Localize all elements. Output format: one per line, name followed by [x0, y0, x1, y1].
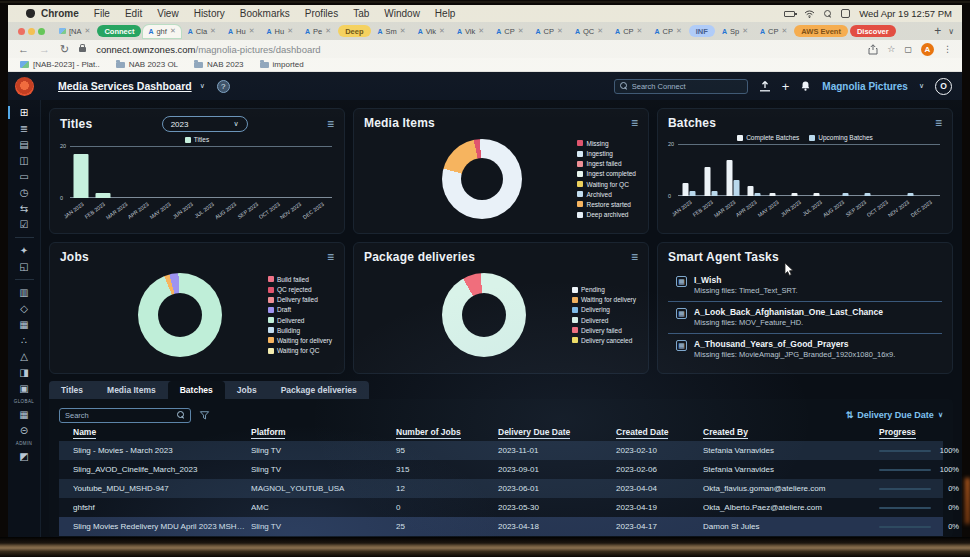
sidebar-item-alerts-icon[interactable]: △	[8, 351, 40, 362]
tab-close-icon[interactable]: ✕	[85, 27, 91, 35]
sidebar-item-media-items-icon[interactable]: ▤	[8, 139, 40, 150]
menu-item-window[interactable]: Window	[384, 8, 420, 19]
sidebar-item-history-icon[interactable]: ◷	[8, 187, 40, 198]
sidebar-item-global-keys-icon[interactable]: ⊝	[8, 425, 40, 436]
sidebar-item-connections-icon[interactable]: ✦	[8, 245, 40, 256]
minimize-window-button[interactable]	[28, 28, 35, 35]
zoom-window-button[interactable]	[38, 28, 45, 35]
sidebar-item-integrations-icon[interactable]: ∴	[8, 335, 40, 346]
widget-menu-icon[interactable]: ≡	[327, 118, 334, 130]
share-icon[interactable]	[868, 44, 878, 55]
org-caret-icon[interactable]: ∨	[919, 82, 924, 90]
sidebar-item-workflows-icon[interactable]: ⇆	[8, 203, 40, 214]
menu-item-history[interactable]: History	[194, 8, 225, 19]
app-logo[interactable]	[15, 77, 34, 96]
sidebar-item-admin-icon[interactable]: ◩	[8, 451, 40, 462]
sidebar-item-tasks-icon[interactable]: ☑	[8, 219, 40, 230]
row-menu-icon[interactable]: ⋮	[959, 446, 962, 456]
table-search[interactable]	[59, 408, 191, 423]
help-button[interactable]: ?	[217, 80, 230, 93]
connect-search-input[interactable]	[632, 82, 742, 91]
tab-close-icon[interactable]: ✕	[249, 27, 255, 35]
sort-control[interactable]: ⇅ Delivery Due Date ∨	[846, 410, 943, 420]
smart-agent-task[interactable]: ▦A_Thousand_Years_of_Good_PrayersMissing…	[668, 333, 942, 365]
wifi-icon[interactable]	[804, 10, 815, 18]
bookmark-item[interactable]: NAB 2023 OL	[116, 60, 178, 69]
add-button[interactable]: +	[782, 80, 790, 93]
browser-tab-cp[interactable]: ACP✕	[531, 25, 568, 38]
back-button[interactable]: ←	[18, 43, 29, 55]
extension-icon[interactable]: ▢	[904, 45, 912, 54]
table-row[interactable]: Sling - Movies - March 2023Sling TV95202…	[59, 441, 943, 460]
tab-close-icon[interactable]: ✕	[676, 27, 682, 35]
tab-group-inf[interactable]: INF	[689, 25, 715, 37]
sidebar-item-metadata-icon[interactable]: ▥	[8, 287, 40, 298]
bookmark-item[interactable]: [NAB-2023] - Plat..	[20, 60, 100, 69]
reload-button[interactable]: ↻	[60, 43, 69, 56]
menu-bar-clock[interactable]: Wed Apr 19 12:57 PM	[859, 8, 952, 19]
browser-tab-hu[interactable]: AHu✕	[223, 25, 260, 38]
table-search-input[interactable]	[65, 411, 173, 420]
browser-tab-vik[interactable]: AVik✕	[452, 25, 489, 38]
sidebar-item-global-organizations-icon[interactable]: ▦	[8, 409, 40, 420]
row-menu-icon[interactable]: ⋮	[959, 465, 962, 475]
tab-group-deep[interactable]: Deep	[338, 25, 370, 37]
sidebar-item-packages-icon[interactable]: ◫	[8, 155, 40, 166]
table-row[interactable]: Sling Movies Redelivery MDU April 2023 M…	[59, 517, 943, 536]
lock-icon[interactable]	[79, 47, 86, 52]
column-header-platform[interactable]: Platform	[251, 427, 285, 439]
tab-close-icon[interactable]: ✕	[518, 27, 524, 35]
tab-group-connect[interactable]: Connect	[97, 25, 141, 37]
browser-tab-cla[interactable]: ACla✕	[183, 25, 221, 38]
sidebar-item-tags-icon[interactable]: ◇	[8, 303, 40, 314]
tab-close-icon[interactable]: ✕	[478, 27, 484, 35]
org-switcher[interactable]: Magnolia Pictures	[822, 81, 908, 92]
close-window-button[interactable]	[18, 28, 25, 35]
browser-tab-qc[interactable]: AQC✕	[570, 25, 608, 38]
browser-tab-cp[interactable]: ACP✕	[649, 25, 686, 38]
titles-year-select[interactable]: 2023 ∨	[162, 116, 248, 132]
smart-agent-task[interactable]: ▦A_Look_Back_Afghanistan_One_Last_Chance…	[668, 301, 942, 333]
tab-overflow-button[interactable]: ∨	[948, 27, 954, 36]
table-row[interactable]: Youtube_MDU_MSHD-947MAGNOL_YOUTUB_USA122…	[59, 479, 943, 498]
address-bar[interactable]: connect.ownzones.com/magnolia-pictures/d…	[96, 44, 320, 55]
tab-close-icon[interactable]: ✕	[557, 27, 563, 35]
browser-avatar[interactable]: A	[921, 43, 934, 56]
sidebar-item-reports-icon[interactable]: ▣	[8, 383, 40, 394]
connect-search[interactable]	[614, 79, 748, 94]
battery-icon[interactable]	[784, 11, 795, 17]
sidebar-item-titles-icon[interactable]: ≣	[8, 123, 40, 134]
dashboard-title-caret-icon[interactable]: ∨	[200, 82, 205, 90]
browser-tab-sm[interactable]: ASm✕	[373, 25, 411, 38]
browser-tab-cp[interactable]: ACP✕	[610, 25, 647, 38]
widget-menu-icon[interactable]: ≡	[935, 117, 942, 129]
browser-tab-na[interactable]: [NA✕	[54, 25, 95, 38]
browser-tab-sp[interactable]: ASp✕	[717, 25, 753, 38]
menu-item-file[interactable]: File	[94, 8, 110, 19]
widget-menu-icon[interactable]: ≡	[327, 251, 334, 263]
upload-icon[interactable]	[759, 81, 771, 92]
tab-group-aws-event[interactable]: AWS Event	[794, 25, 848, 37]
table-row[interactable]: Sling_AVOD_Cinelife_March_2023Sling TV31…	[59, 460, 943, 479]
row-menu-icon[interactable]: ⋮	[959, 522, 962, 532]
column-header-progress[interactable]: Progress	[879, 427, 916, 439]
column-header-number-of-jobs[interactable]: Number of Jobs	[396, 427, 461, 439]
tab-close-icon[interactable]: ✕	[210, 27, 216, 35]
menu-item-edit[interactable]: Edit	[125, 8, 142, 19]
sidebar-item-dashboard-icon[interactable]: ⊞	[8, 107, 40, 118]
spotlight-icon[interactable]	[824, 10, 832, 18]
table-tab-titles[interactable]: Titles	[49, 381, 95, 399]
tab-close-icon[interactable]: ✕	[742, 27, 748, 35]
tab-close-icon[interactable]: ✕	[637, 27, 643, 35]
table-tab-package-deliveries[interactable]: Package deliveries	[269, 381, 369, 399]
new-tab-button[interactable]: +	[934, 24, 941, 38]
widget-menu-icon[interactable]: ≡	[631, 117, 638, 129]
row-menu-icon[interactable]: ⋮	[959, 503, 962, 513]
tab-close-icon[interactable]: ✕	[781, 27, 787, 35]
tab-close-icon[interactable]: ✕	[597, 27, 603, 35]
tab-close-icon[interactable]: ✕	[287, 27, 293, 35]
control-center-icon[interactable]	[841, 9, 850, 18]
menu-item-chrome[interactable]: Chrome	[41, 8, 79, 19]
menu-item-bookmarks[interactable]: Bookmarks	[240, 8, 290, 19]
column-header-created-by[interactable]: Created By	[703, 427, 748, 439]
